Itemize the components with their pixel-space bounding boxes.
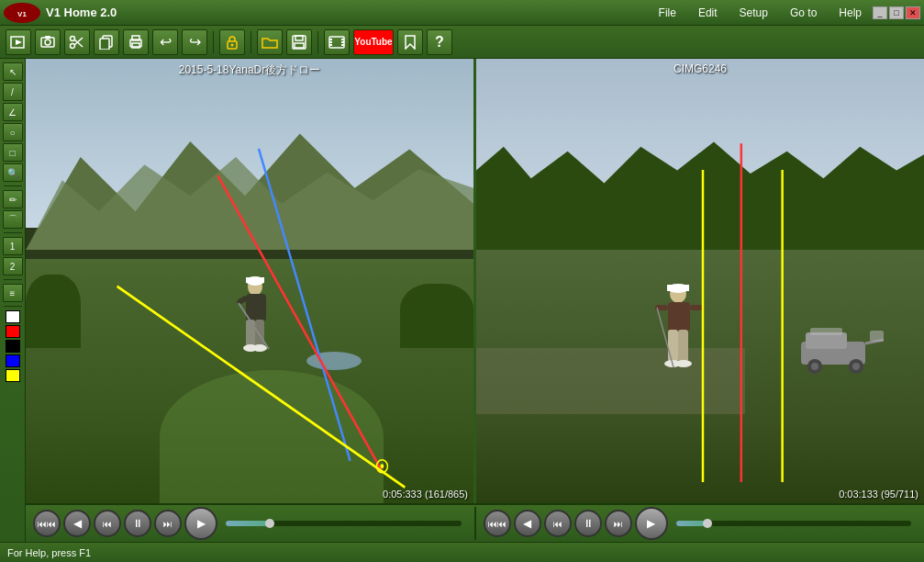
num2-tool[interactable]: 2 — [3, 257, 23, 275]
left-step-back-button[interactable]: ⏮ — [94, 510, 121, 537]
menu-edit[interactable]: Edit — [695, 5, 721, 21]
app-logo: V1 — [4, 3, 40, 23]
menu-goto[interactable]: Go to — [786, 5, 820, 21]
video-area: 2015-5-18YanaDr後方ドロー — [26, 59, 924, 542]
right-video-title: CIMG6246 — [674, 62, 727, 75]
left-controls: ⏮⏮ ◀ ⏮ ⏸ ⏭ ▶ — [26, 507, 474, 540]
lines-tool[interactable]: ≡ — [3, 284, 23, 302]
red-color-swatch[interactable] — [6, 325, 20, 338]
left-tools-panel: ↖ / ∠ ○ □ 🔍 ✏ ⌒ 1 2 ≡ — [0, 59, 26, 542]
angle-tool[interactable]: ∠ — [3, 103, 23, 121]
svg-line-42 — [217, 175, 382, 472]
svg-rect-6 — [45, 36, 50, 39]
minimize-button[interactable]: _ — [873, 6, 887, 19]
left-step-fwd-button[interactable]: ⏭ — [154, 510, 182, 537]
capture-button[interactable] — [35, 29, 61, 55]
titlebar: V1 V1 Home 2.0 File Edit Setup Go to Hel… — [0, 0, 924, 26]
toolbar-separator-1 — [213, 31, 214, 53]
help-button[interactable]: ? — [427, 29, 452, 55]
right-pause-button[interactable]: ⏸ — [574, 510, 602, 537]
svg-rect-26 — [341, 41, 344, 43]
maximize-button[interactable]: □ — [889, 6, 904, 19]
help-text: For Help, press F1 — [7, 547, 91, 558]
svg-line-41 — [259, 149, 351, 461]
line-tool[interactable]: / — [3, 83, 23, 101]
youtube-button[interactable]: YouTube — [353, 29, 394, 55]
left-progress-bar[interactable] — [226, 521, 462, 526]
film-button[interactable] — [324, 29, 350, 55]
right-step-back-button[interactable]: ⏮ — [544, 510, 572, 537]
svg-rect-12 — [100, 39, 109, 50]
svg-line-43 — [117, 287, 406, 488]
svg-rect-22 — [329, 39, 332, 40]
tool-separator-2 — [4, 232, 22, 233]
right-prev-button[interactable]: ◀ — [514, 510, 541, 537]
svg-rect-23 — [329, 41, 332, 43]
zoom-tool[interactable]: 🔍 — [3, 163, 23, 182]
right-rr-button[interactable]: ⏮⏮ — [484, 510, 511, 537]
open-folder-button[interactable] — [257, 29, 283, 55]
left-progress-fill — [226, 521, 270, 526]
svg-rect-27 — [341, 44, 344, 46]
tool-separator-4 — [4, 306, 22, 307]
left-pause-button[interactable]: ⏸ — [124, 510, 151, 537]
circle-tool[interactable]: ○ — [3, 123, 23, 141]
right-video-panel[interactable]: CIMG6246 — [473, 59, 924, 503]
cursor-tool[interactable]: ↖ — [3, 62, 23, 81]
svg-point-45 — [380, 464, 384, 468]
controls-bar: ⏮⏮ ◀ ⏮ ⏸ ⏭ ▶ ⏮⏮ ◀ ⏮ ⏸ ⏭ ▶ — [26, 503, 924, 542]
left-play-button[interactable]: ▶ — [184, 507, 217, 540]
svg-rect-25 — [341, 39, 344, 40]
svg-rect-20 — [295, 43, 304, 48]
right-progress-bar[interactable] — [676, 521, 912, 526]
window-controls: _ □ ✕ — [873, 6, 920, 19]
statusbar: For Help, press F1 — [0, 542, 924, 562]
menu-help[interactable]: Help — [835, 5, 865, 21]
new-video-button[interactable] — [6, 29, 31, 55]
forward-button[interactable]: ↪ — [182, 29, 207, 55]
left-prev-button[interactable]: ◀ — [63, 510, 91, 537]
right-controls: ⏮⏮ ◀ ⏮ ⏸ ⏭ ▶ — [474, 507, 925, 540]
close-button[interactable]: ✕ — [906, 6, 920, 19]
toolbar-separator-2 — [250, 31, 251, 53]
right-annotation-lines — [476, 59, 924, 503]
black-color-swatch[interactable] — [6, 340, 20, 353]
arc-tool[interactable]: ⌒ — [3, 210, 23, 229]
blue-color-swatch[interactable] — [6, 354, 20, 367]
save-button[interactable] — [286, 29, 312, 55]
right-progress-thumb[interactable] — [703, 519, 712, 528]
left-video-timestamp: 0:05:333 (161/865) — [383, 489, 468, 500]
left-video-panel[interactable]: 2015-5-18YanaDr後方ドロー — [26, 59, 473, 503]
yellow-color-swatch[interactable] — [6, 369, 20, 382]
print-button[interactable] — [123, 29, 149, 55]
svg-rect-15 — [132, 43, 139, 48]
pen-tool[interactable]: ✏ — [3, 190, 23, 208]
right-step-fwd-button[interactable]: ⏭ — [605, 510, 632, 537]
right-play-button[interactable]: ▶ — [635, 507, 668, 540]
menu-file[interactable]: File — [655, 5, 680, 21]
rect-tool[interactable]: □ — [3, 143, 23, 162]
lock-button[interactable] — [219, 29, 245, 55]
scissors-button[interactable] — [64, 29, 90, 55]
svg-point-17 — [231, 43, 234, 46]
svg-rect-14 — [132, 36, 139, 40]
menubar: File Edit Setup Go to Help — [655, 5, 865, 21]
svg-marker-3 — [16, 39, 22, 45]
svg-point-5 — [45, 39, 50, 45]
toolbar-separator-3 — [317, 31, 318, 53]
bookmark-button[interactable] — [397, 29, 423, 55]
left-rr-button[interactable]: ⏮⏮ — [33, 510, 61, 537]
main-area: ↖ / ∠ ○ □ 🔍 ✏ ⌒ 1 2 ≡ 2015-5-18YanaDr後方ド… — [0, 59, 924, 542]
num1-tool[interactable]: 1 — [3, 237, 23, 255]
copy-button[interactable] — [94, 29, 119, 55]
app-title: V1 Home 2.0 — [46, 6, 655, 19]
menu-setup[interactable]: Setup — [736, 5, 772, 21]
back-button[interactable]: ↩ — [152, 29, 178, 55]
tool-separator-1 — [4, 185, 22, 186]
svg-rect-24 — [329, 44, 332, 46]
svg-marker-28 — [406, 36, 415, 49]
left-progress-thumb[interactable] — [265, 519, 274, 528]
svg-text:V1: V1 — [17, 10, 27, 18]
videos-row: 2015-5-18YanaDr後方ドロー — [26, 59, 924, 503]
white-color-swatch[interactable] — [6, 310, 20, 323]
